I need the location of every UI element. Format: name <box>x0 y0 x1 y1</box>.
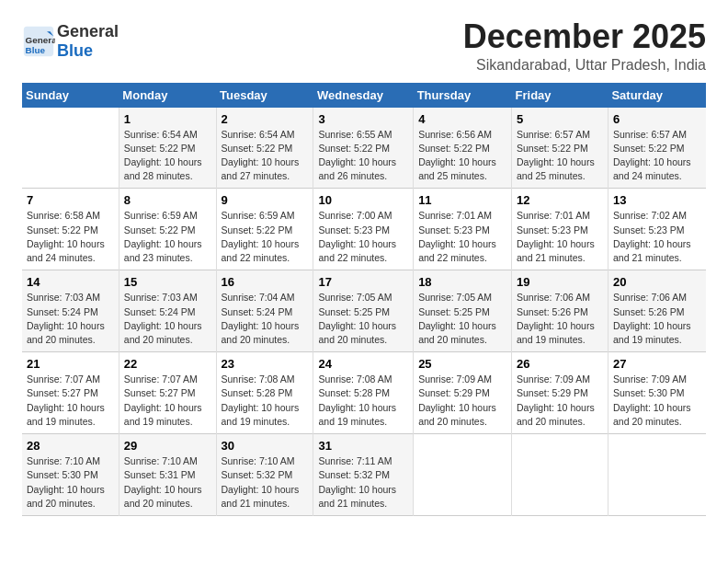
calendar-cell: 20Sunrise: 7:06 AM Sunset: 5:26 PM Dayli… <box>608 270 706 352</box>
day-number: 22 <box>124 357 211 371</box>
day-number: 12 <box>517 193 603 207</box>
month-title: December 2025 <box>463 18 706 55</box>
calendar-cell: 26Sunrise: 7:09 AM Sunset: 5:29 PM Dayli… <box>512 352 609 434</box>
calendar-cell: 25Sunrise: 7:09 AM Sunset: 5:29 PM Dayli… <box>414 352 512 434</box>
calendar-header-row: SundayMondayTuesdayWednesdayThursdayFrid… <box>22 83 706 108</box>
day-number: 3 <box>318 112 408 126</box>
week-row-3: 14Sunrise: 7:03 AM Sunset: 5:24 PM Dayli… <box>22 270 706 352</box>
page-header: General Blue General Blue December 2025 … <box>22 18 706 74</box>
calendar-cell: 30Sunrise: 7:10 AM Sunset: 5:32 PM Dayli… <box>216 434 313 516</box>
day-number: 23 <box>222 357 309 371</box>
calendar-cell: 22Sunrise: 7:07 AM Sunset: 5:27 PM Dayli… <box>119 352 216 434</box>
day-info: Sunrise: 7:09 AM Sunset: 5:29 PM Dayligh… <box>418 373 506 429</box>
week-row-2: 7Sunrise: 6:58 AM Sunset: 5:22 PM Daylig… <box>22 189 706 270</box>
calendar-cell <box>512 434 609 516</box>
day-info: Sunrise: 7:06 AM Sunset: 5:26 PM Dayligh… <box>613 291 701 347</box>
calendar-cell: 13Sunrise: 7:02 AM Sunset: 5:23 PM Dayli… <box>608 189 706 270</box>
calendar-cell: 23Sunrise: 7:08 AM Sunset: 5:28 PM Dayli… <box>216 352 313 434</box>
day-number: 7 <box>27 193 114 207</box>
calendar-cell: 9Sunrise: 6:59 AM Sunset: 5:22 PM Daylig… <box>216 189 313 270</box>
day-number: 21 <box>27 357 114 371</box>
col-header-wednesday: Wednesday <box>313 83 414 108</box>
day-number: 25 <box>418 357 506 371</box>
day-number: 13 <box>613 193 701 207</box>
calendar-cell <box>414 434 512 516</box>
calendar-cell: 5Sunrise: 6:57 AM Sunset: 5:22 PM Daylig… <box>512 108 609 189</box>
day-info: Sunrise: 6:56 AM Sunset: 5:22 PM Dayligh… <box>418 128 506 184</box>
title-block: December 2025 Sikandarabad, Uttar Prades… <box>463 18 706 74</box>
calendar-cell: 10Sunrise: 7:00 AM Sunset: 5:23 PM Dayli… <box>313 189 414 270</box>
day-info: Sunrise: 6:54 AM Sunset: 5:22 PM Dayligh… <box>124 128 211 184</box>
day-number: 31 <box>318 439 408 453</box>
week-row-1: 1Sunrise: 6:54 AM Sunset: 5:22 PM Daylig… <box>22 108 706 189</box>
day-number: 14 <box>27 275 114 289</box>
day-info: Sunrise: 7:01 AM Sunset: 5:23 PM Dayligh… <box>517 209 603 265</box>
day-number: 26 <box>517 357 603 371</box>
day-number: 11 <box>418 193 506 207</box>
day-info: Sunrise: 7:03 AM Sunset: 5:24 PM Dayligh… <box>124 291 211 347</box>
location-title: Sikandarabad, Uttar Pradesh, India <box>463 57 706 74</box>
calendar-cell: 31Sunrise: 7:11 AM Sunset: 5:32 PM Dayli… <box>313 434 414 516</box>
calendar-cell: 11Sunrise: 7:01 AM Sunset: 5:23 PM Dayli… <box>414 189 512 270</box>
day-number: 19 <box>517 275 603 289</box>
day-info: Sunrise: 6:59 AM Sunset: 5:22 PM Dayligh… <box>124 209 211 265</box>
day-info: Sunrise: 6:58 AM Sunset: 5:22 PM Dayligh… <box>27 209 114 265</box>
day-number: 24 <box>318 357 408 371</box>
day-number: 17 <box>318 275 408 289</box>
day-number: 10 <box>318 193 408 207</box>
day-info: Sunrise: 7:11 AM Sunset: 5:32 PM Dayligh… <box>318 454 408 511</box>
col-header-sunday: Sunday <box>22 83 119 108</box>
col-header-saturday: Saturday <box>608 83 706 108</box>
day-number: 15 <box>124 275 211 289</box>
day-number: 4 <box>418 112 506 126</box>
day-info: Sunrise: 7:04 AM Sunset: 5:24 PM Dayligh… <box>222 291 309 347</box>
calendar-cell: 17Sunrise: 7:05 AM Sunset: 5:25 PM Dayli… <box>313 270 414 352</box>
day-info: Sunrise: 7:06 AM Sunset: 5:26 PM Dayligh… <box>517 291 603 347</box>
day-number: 18 <box>418 275 506 289</box>
svg-text:Blue: Blue <box>26 45 46 55</box>
day-info: Sunrise: 6:57 AM Sunset: 5:22 PM Dayligh… <box>613 128 701 184</box>
day-info: Sunrise: 7:03 AM Sunset: 5:24 PM Dayligh… <box>27 291 114 347</box>
col-header-thursday: Thursday <box>414 83 512 108</box>
calendar-cell: 8Sunrise: 6:59 AM Sunset: 5:22 PM Daylig… <box>119 189 216 270</box>
day-number: 16 <box>222 275 309 289</box>
day-info: Sunrise: 7:10 AM Sunset: 5:32 PM Dayligh… <box>222 454 309 511</box>
day-number: 28 <box>27 439 114 453</box>
day-number: 1 <box>124 112 211 126</box>
day-info: Sunrise: 7:01 AM Sunset: 5:23 PM Dayligh… <box>418 209 506 265</box>
day-info: Sunrise: 7:08 AM Sunset: 5:28 PM Dayligh… <box>318 373 408 429</box>
calendar-cell: 15Sunrise: 7:03 AM Sunset: 5:24 PM Dayli… <box>119 270 216 352</box>
svg-text:General: General <box>26 35 55 45</box>
day-info: Sunrise: 7:09 AM Sunset: 5:29 PM Dayligh… <box>517 373 603 429</box>
calendar-cell: 29Sunrise: 7:10 AM Sunset: 5:31 PM Dayli… <box>119 434 216 516</box>
col-header-friday: Friday <box>512 83 609 108</box>
calendar-cell: 16Sunrise: 7:04 AM Sunset: 5:24 PM Dayli… <box>216 270 313 352</box>
day-info: Sunrise: 7:02 AM Sunset: 5:23 PM Dayligh… <box>613 209 701 265</box>
day-number: 8 <box>124 193 211 207</box>
day-number: 29 <box>124 439 211 453</box>
day-info: Sunrise: 7:07 AM Sunset: 5:27 PM Dayligh… <box>124 373 211 429</box>
logo-blue-text: Blue <box>57 41 93 60</box>
day-number: 6 <box>613 112 701 126</box>
day-info: Sunrise: 7:09 AM Sunset: 5:30 PM Dayligh… <box>613 373 701 429</box>
day-info: Sunrise: 7:05 AM Sunset: 5:25 PM Dayligh… <box>318 291 408 347</box>
calendar-cell: 12Sunrise: 7:01 AM Sunset: 5:23 PM Dayli… <box>512 189 609 270</box>
calendar-cell: 14Sunrise: 7:03 AM Sunset: 5:24 PM Dayli… <box>22 270 119 352</box>
day-info: Sunrise: 7:07 AM Sunset: 5:27 PM Dayligh… <box>27 373 114 429</box>
calendar-cell: 1Sunrise: 6:54 AM Sunset: 5:22 PM Daylig… <box>119 108 216 189</box>
calendar-cell: 24Sunrise: 7:08 AM Sunset: 5:28 PM Dayli… <box>313 352 414 434</box>
day-info: Sunrise: 7:05 AM Sunset: 5:25 PM Dayligh… <box>418 291 506 347</box>
calendar-table: SundayMondayTuesdayWednesdayThursdayFrid… <box>22 83 706 516</box>
logo-general-text: General <box>57 22 119 40</box>
day-number: 5 <box>517 112 603 126</box>
col-header-monday: Monday <box>119 83 216 108</box>
calendar-cell <box>22 108 119 189</box>
logo: General Blue General Blue <box>22 22 119 61</box>
calendar-cell: 2Sunrise: 6:54 AM Sunset: 5:22 PM Daylig… <box>216 108 313 189</box>
calendar-cell: 27Sunrise: 7:09 AM Sunset: 5:30 PM Dayli… <box>608 352 706 434</box>
calendar-cell: 3Sunrise: 6:55 AM Sunset: 5:22 PM Daylig… <box>313 108 414 189</box>
day-number: 20 <box>613 275 701 289</box>
day-info: Sunrise: 7:08 AM Sunset: 5:28 PM Dayligh… <box>222 373 309 429</box>
calendar-cell: 6Sunrise: 6:57 AM Sunset: 5:22 PM Daylig… <box>608 108 706 189</box>
week-row-5: 28Sunrise: 7:10 AM Sunset: 5:30 PM Dayli… <box>22 434 706 516</box>
